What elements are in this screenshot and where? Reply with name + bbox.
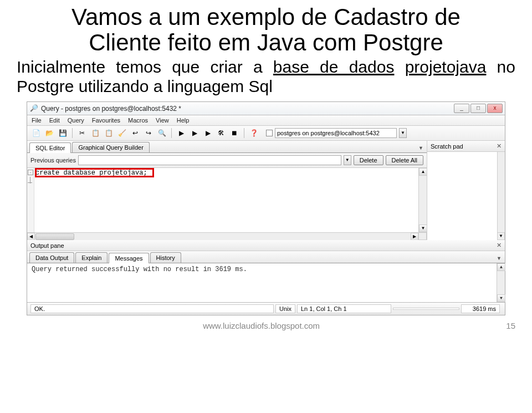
titlebar[interactable]: 🔎 Query - postgres on postgres@localhost… [27, 102, 505, 115]
connection-checkbox[interactable] [266, 130, 273, 136]
fold-toggle-icon[interactable]: - [28, 170, 33, 175]
scratchpad-close-icon[interactable]: ✕ [497, 142, 502, 150]
menubar: File Edit Query Favourites Macros View H… [27, 115, 505, 126]
output-tabs-collapse-icon[interactable]: ▼ [495, 254, 503, 263]
toolbar: 📄 📂 💾 ✂ 📋 📋 🧹 ↩ ↪ 🔍 ▶ ▶ ▶ 🛠 ⏹ ❓ ▼ [27, 126, 505, 141]
menu-favourites[interactable]: Favourites [92, 117, 120, 124]
scratch-vscrollbar[interactable] [497, 152, 505, 233]
delete-button[interactable]: Delete [354, 155, 383, 165]
output-pane-close-icon[interactable]: ✕ [497, 242, 502, 249]
tab-explain[interactable]: Explain [75, 252, 108, 263]
menu-view[interactable]: View [156, 117, 169, 124]
open-icon[interactable]: 📂 [44, 128, 55, 139]
editor-tabs: SQL Editor Graphical Query Builder ▼ [27, 141, 427, 153]
menu-query[interactable]: Query [68, 117, 84, 124]
menu-macros[interactable]: Macros [128, 117, 148, 124]
previous-queries-select[interactable] [78, 155, 341, 165]
sql-editor[interactable]: - create database projetojava; ▲▼ ◀▶ [27, 168, 427, 240]
app-window: 🔎 Query - postgres on postgres@localhost… [27, 101, 505, 315]
app-icon: 🔎 [29, 104, 38, 113]
new-icon[interactable]: 📄 [30, 128, 42, 139]
output-tabs: Data Output Explain Messages History ▼ [27, 251, 505, 263]
save-icon[interactable]: 💾 [57, 128, 68, 139]
tab-data-output[interactable]: Data Output [29, 252, 74, 263]
tab-messages[interactable]: Messages [109, 253, 149, 263]
previous-queries-dropdown-icon[interactable]: ▼ [344, 155, 351, 165]
help-icon[interactable]: ❓ [248, 128, 259, 139]
cut-icon[interactable]: ✂ [76, 128, 88, 139]
scratchpad-title: Scratch pad [431, 143, 463, 150]
execute-file-icon[interactable]: ▶ [202, 128, 213, 139]
minimize-button[interactable]: _ [454, 104, 469, 113]
previous-queries-row: Previous queries ▼ Delete Delete All [27, 153, 427, 168]
editor-vscrollbar[interactable]: ▲▼ [418, 168, 427, 232]
output-text: Query returned successfully with no resu… [32, 266, 247, 273]
footer-page: 15 [506, 321, 515, 330]
output-messages[interactable]: Query returned successfully with no resu… [27, 263, 505, 302]
delete-all-button[interactable]: Delete All [386, 155, 423, 165]
menu-edit[interactable]: Edit [49, 117, 60, 124]
status-rows [393, 308, 459, 310]
explain-icon[interactable]: 🛠 [216, 128, 227, 139]
slide-footer: www.luizclaudiofs.blogspot.com 15 [0, 315, 532, 330]
slide-subtitle: Inicialmente temos que criar a base de d… [0, 55, 532, 101]
slide-title: Vamos a um exemplo de Cadastro de Client… [0, 0, 532, 55]
editor-hscrollbar[interactable]: ◀▶ [27, 232, 418, 240]
scratchpad-header: Scratch pad ✕ [427, 141, 505, 152]
tab-history[interactable]: History [150, 252, 181, 263]
editor-gutter [27, 168, 34, 232]
connection-dropdown-icon[interactable]: ▼ [399, 128, 407, 138]
tab-sql-editor[interactable]: SQL Editor [29, 142, 71, 153]
tabs-collapse-icon[interactable]: ▼ [417, 144, 424, 152]
tab-graphical-query-builder[interactable]: Graphical Query Builder [72, 142, 149, 152]
connection-combo[interactable] [275, 128, 397, 138]
status-message: OK. [30, 304, 274, 313]
window-title: Query - postgres on postgres@localhost:5… [41, 105, 454, 113]
separator [244, 128, 244, 138]
output-pane-header: Output pane ✕ [27, 240, 505, 251]
status-position: Ln 1, Col 1, Ch 1 [297, 304, 391, 313]
paste-icon[interactable]: 📋 [103, 128, 114, 139]
menu-file[interactable]: File [32, 117, 42, 124]
footer-url: www.luizclaudiofs.blogspot.com [17, 321, 506, 330]
undo-icon[interactable]: ↩ [130, 128, 141, 139]
statusbar: OK. Unix Ln 1, Col 1, Ch 1 3619 ms [27, 302, 505, 315]
scratchpad[interactable]: ▲ ▼ [427, 152, 505, 240]
separator [72, 128, 73, 138]
status-time: 3619 ms [461, 304, 500, 313]
cancel-icon[interactable]: ⏹ [229, 128, 240, 139]
execute-icon[interactable]: ▶ [176, 128, 187, 139]
scroll-down-icon[interactable]: ▼ [497, 232, 505, 240]
maximize-button[interactable]: □ [470, 104, 486, 113]
output-vscrollbar[interactable]: ▲▼ [497, 263, 505, 302]
copy-icon[interactable]: 📋 [90, 128, 101, 139]
clear-icon[interactable]: 🧹 [116, 128, 127, 139]
output-pane-title: Output pane [30, 242, 64, 249]
find-icon[interactable]: 🔍 [156, 128, 167, 139]
status-os: Unix [275, 304, 295, 313]
editor-code[interactable]: create database projetojava; [35, 169, 147, 177]
execute-pgscript-icon[interactable]: ▶ [189, 128, 200, 139]
redo-icon[interactable]: ↪ [143, 128, 154, 139]
close-button[interactable]: x [487, 104, 503, 113]
scrollbar-thumb[interactable] [35, 233, 74, 240]
separator [171, 128, 172, 138]
previous-queries-label: Previous queries [30, 157, 76, 164]
menu-help[interactable]: Help [177, 117, 190, 124]
